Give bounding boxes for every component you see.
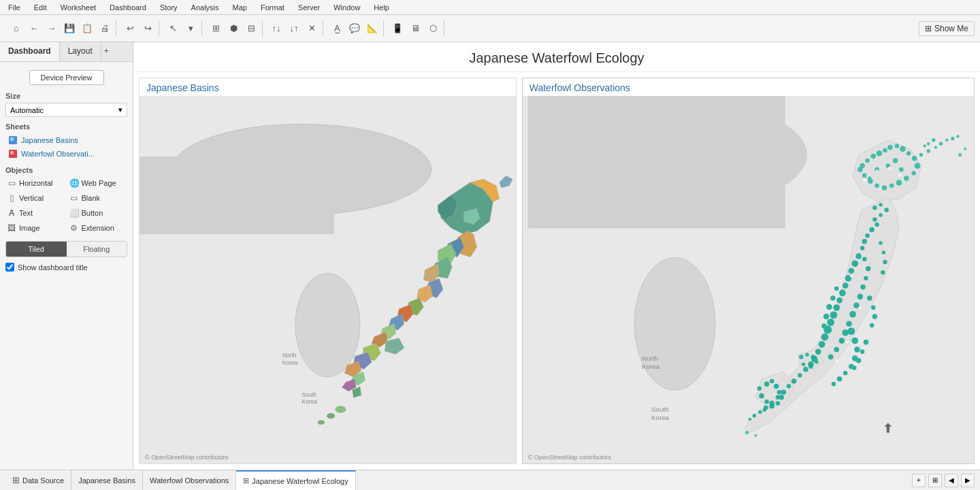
tab-layout[interactable]: Layout <box>60 42 101 61</box>
obj-button[interactable]: ⬜ Button <box>68 207 128 219</box>
svg-point-62 <box>872 217 877 221</box>
dashboard-title: Japanese Waterfowl Ecology <box>133 42 980 72</box>
menu-file[interactable]: File <box>5 3 23 12</box>
svg-point-46 <box>868 176 871 180</box>
menu-server[interactable]: Server <box>295 3 323 12</box>
menu-edit[interactable]: Edit <box>31 3 50 12</box>
obj-extension[interactable]: ⚙ Extension <box>68 222 128 234</box>
svg-point-28 <box>887 145 893 150</box>
save-button[interactable]: 💾 <box>61 20 78 37</box>
tooltip-button[interactable]: 💬 <box>346 20 363 37</box>
menu-help[interactable]: Help <box>371 3 392 12</box>
sheet-basins-label: Japanese Basins <box>21 136 78 144</box>
sort-asc[interactable]: ↑↓ <box>268 20 284 37</box>
svg-point-35 <box>904 176 909 181</box>
view-button[interactable]: ⊞ <box>208 20 224 37</box>
floating-button[interactable]: Floating <box>67 242 127 257</box>
show-me-button[interactable]: ⊞ Show Me <box>919 21 975 36</box>
svg-point-145 <box>811 355 815 359</box>
sort-desc[interactable]: ↓↑ <box>286 20 302 37</box>
obj-webpage[interactable]: 🌐 Web Page <box>68 177 128 189</box>
map-panel-basins: Japanese Basins North Korea South <box>139 78 517 464</box>
text-icon: A <box>7 208 16 218</box>
device-button[interactable]: 📱 <box>389 20 406 37</box>
map-basins-body[interactable]: North Korea South Korea <box>140 96 516 463</box>
highlight-button[interactable]: A̲ <box>329 20 345 37</box>
menu-story[interactable]: Story <box>157 3 180 12</box>
share-button[interactable]: ⬡ <box>425 20 441 37</box>
svg-point-132 <box>764 382 770 387</box>
save-as-button[interactable]: 📋 <box>79 20 95 37</box>
menu-dashboard[interactable]: Dashboard <box>107 3 149 12</box>
filter-button[interactable]: ⊟ <box>243 20 259 37</box>
svg-point-26 <box>876 150 882 157</box>
vertical-icon: ▯ <box>7 193 16 203</box>
sheet-item-basins[interactable]: Japanese Basins <box>5 133 127 147</box>
svg-point-13 <box>327 413 334 419</box>
horizontal-icon: ▭ <box>7 178 16 188</box>
svg-point-59 <box>879 203 882 206</box>
menu-analysis[interactable]: Analysis <box>189 3 222 12</box>
svg-point-85 <box>798 373 802 377</box>
svg-text:South: South <box>651 406 668 413</box>
obj-vertical[interactable]: ▯ Vertical <box>5 192 65 204</box>
svg-point-102 <box>846 321 852 327</box>
home-button[interactable]: ⌂ <box>8 20 24 37</box>
svg-point-113 <box>883 260 887 264</box>
status-grid-btn[interactable]: ⊞ <box>928 474 942 487</box>
menu-map[interactable]: Map <box>230 3 250 12</box>
svg-point-121 <box>837 376 843 382</box>
svg-point-151 <box>898 174 901 176</box>
present-button[interactable]: 🖥 <box>407 20 423 37</box>
status-next-btn[interactable]: ▶ <box>961 474 975 487</box>
sheet-item-waterfowl[interactable]: Waterfowl Observati... <box>5 147 127 161</box>
device-preview-button[interactable]: Device Preview <box>29 70 104 85</box>
sidebar-tab-add[interactable]: + <box>101 42 112 61</box>
svg-point-122 <box>831 382 835 386</box>
svg-point-152 <box>863 179 866 182</box>
svg-point-77 <box>827 318 834 326</box>
svg-point-33 <box>914 163 920 169</box>
obj-blank[interactable]: ▭ Blank <box>68 192 128 204</box>
svg-point-53 <box>956 135 959 137</box>
svg-point-130 <box>823 314 830 320</box>
svg-point-156 <box>835 359 838 362</box>
show-title-checkbox[interactable] <box>5 263 14 272</box>
print-button[interactable]: 🖨 <box>97 20 113 37</box>
svg-point-55 <box>932 138 935 142</box>
select-tool[interactable]: ↖ <box>165 20 181 37</box>
map-waterfowl-body[interactable]: North Korea South Korea <box>523 96 974 463</box>
svg-point-80 <box>819 341 826 348</box>
tab-japanese-basins[interactable]: Japanese Basins <box>71 470 143 490</box>
marks-button[interactable]: ⬢ <box>225 20 242 37</box>
obj-webpage-label: Web Page <box>82 179 116 187</box>
toolbar-sort-group: ↑↓ ↓↑ ✕ <box>265 20 323 37</box>
tab-japanese-waterfowl-ecology[interactable]: ⊞ Japanese Waterfowl Ecology <box>236 470 355 490</box>
size-dropdown[interactable]: Automatic ▾ <box>5 103 127 117</box>
toolbar-undo-group: ↩ ↪ <box>119 20 159 37</box>
format-button[interactable]: 📐 <box>364 20 380 37</box>
obj-horizontal[interactable]: ▭ Horizontal <box>5 177 65 189</box>
tab-dashboard[interactable]: Dashboard <box>0 42 60 61</box>
sort-clear[interactable]: ✕ <box>304 20 320 37</box>
maps-container: Japanese Basins North Korea South <box>133 72 980 470</box>
menu-format[interactable]: Format <box>258 3 287 12</box>
status-prev-btn[interactable]: ◀ <box>945 474 958 487</box>
svg-point-37 <box>889 184 894 188</box>
select-dropdown[interactable]: ▾ <box>182 20 199 37</box>
menu-worksheet[interactable]: Worksheet <box>58 3 99 12</box>
obj-text[interactable]: A Text <box>5 207 65 219</box>
back-button[interactable]: ← <box>26 20 42 37</box>
menu-window[interactable]: Window <box>331 3 363 12</box>
tab-waterfowl-obs[interactable]: Waterfowl Observations <box>143 470 236 490</box>
redo-button[interactable]: ↪ <box>140 20 156 37</box>
tiled-button[interactable]: Tiled <box>6 242 67 257</box>
status-new-sheet-btn[interactable]: + <box>912 474 926 487</box>
svg-point-7 <box>295 273 360 376</box>
forward-button[interactable]: → <box>44 20 60 37</box>
undo-button[interactable]: ↩ <box>122 20 138 37</box>
obj-image[interactable]: 🖼 Image <box>5 222 65 234</box>
objects-section-label: Objects <box>5 166 127 174</box>
svg-point-134 <box>774 384 779 389</box>
tab-data-source[interactable]: ⊞ Data Source <box>5 470 71 490</box>
